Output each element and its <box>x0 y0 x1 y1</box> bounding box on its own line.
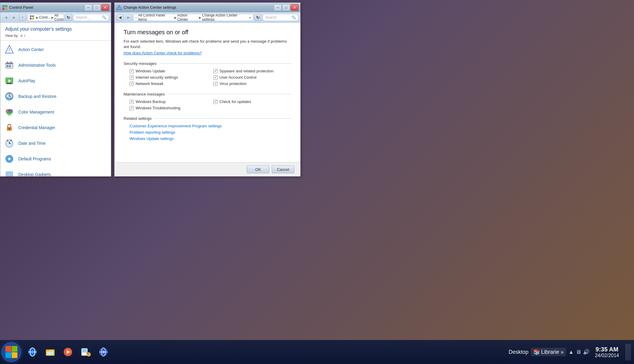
checkbox-check-updates[interactable] <box>213 100 218 104</box>
search-box[interactable]: Search _ 🔍 <box>73 14 109 21</box>
maximize-button[interactable]: □ <box>93 4 101 11</box>
back-button[interactable]: ◀ <box>2 14 9 21</box>
action-center-icon <box>4 44 15 55</box>
show-desktop-button[interactable] <box>626 344 631 360</box>
checkbox-windows-update[interactable] <box>130 69 134 73</box>
taskbar-icon-media-player[interactable] <box>60 344 76 360</box>
list-item-color[interactable]: Color Management <box>0 104 106 120</box>
ac-address-part-1[interactable]: All Control Panel Items <box>138 14 174 21</box>
taskbar-icon-ie[interactable] <box>24 344 41 360</box>
cp-list: Action Center Administrat <box>0 41 111 176</box>
ac-page-title: Turn messages on or off <box>124 29 291 36</box>
list-item-admin-tools[interactable]: Administrative Tools <box>0 57 106 73</box>
related-link-windows-update[interactable]: Windows Update settings <box>124 136 291 141</box>
minimize-button[interactable]: ─ <box>84 4 92 11</box>
svg-rect-1 <box>5 5 7 7</box>
view-option-i[interactable]: i <box>24 34 25 38</box>
control-panel-window: Control Panel ─ □ ✕ ◀ ▶ ↑ ▶ Contr... ▶ A… <box>0 2 111 177</box>
list-item-default-programs[interactable]: Default Programs <box>0 151 106 167</box>
forward-button[interactable]: ▶ <box>11 14 18 21</box>
checkbox-spyware[interactable] <box>213 69 218 73</box>
list-item-label-datetime: Date and Time <box>18 141 46 146</box>
ac-address-arrow-1: ▶ <box>174 16 177 19</box>
ac-minimize-button[interactable]: ─ <box>274 4 282 11</box>
action-center-window-title: Change Action Center settings <box>124 5 274 10</box>
related-link-ceip[interactable]: Customer Experience Improvement Program … <box>124 124 291 128</box>
taskbar-icons <box>24 344 112 360</box>
action-center-navbar: ◀ ▶ « All Control Panel Items ▶ Action C… <box>115 12 300 23</box>
clock-area[interactable]: 9:35 AM 24/02/2014 <box>592 344 622 359</box>
checkbox-uac[interactable] <box>213 75 218 80</box>
checkbox-internet-security[interactable] <box>130 75 134 80</box>
taskbar-icon-network[interactable] <box>95 344 112 360</box>
ac-help-link[interactable]: How does Action Center check for problem… <box>124 51 291 55</box>
action-center-content: Turn messages on or off For each selecte… <box>115 23 300 176</box>
cp-viewby: View by: e i <box>5 34 106 38</box>
list-item-label-default-programs: Default Programs <box>18 156 51 161</box>
ac-address-part-3[interactable]: Change Action Center settings <box>202 14 249 21</box>
list-item-action-center[interactable]: Action Center <box>0 42 106 57</box>
close-button[interactable]: ✕ <box>101 4 109 11</box>
credential-manager-icon <box>4 122 15 133</box>
autoplay-icon <box>4 75 15 86</box>
library-button[interactable]: 📚 Librarie » <box>531 348 566 356</box>
ac-forward-button[interactable]: ▶ <box>125 14 132 21</box>
taskbar: Desktop 📚 Librarie » ▲ 🖥 🔊 9:35 AM 24/02… <box>0 340 634 364</box>
start-button[interactable] <box>2 342 21 362</box>
list-item-backup[interactable]: Backup and Restore <box>0 89 106 104</box>
cp-list-container: Action Center Administrat <box>0 41 111 176</box>
checkbox-label-windows-update: Windows Update <box>136 69 165 73</box>
windows-logo <box>5 346 17 358</box>
maintenance-section-header: Maintenance messages <box>124 92 291 96</box>
checkbox-item-troubleshooting: Windows Troubleshooting <box>130 106 207 110</box>
ac-maximize-button[interactable]: □ <box>282 4 290 11</box>
clock-time: 9:35 AM <box>595 346 619 353</box>
list-item-desktop-gadgets[interactable]: Desktop Gadgets <box>0 167 106 176</box>
svg-rect-0 <box>2 5 5 7</box>
ac-search-box[interactable]: Search 🔍 <box>262 14 299 21</box>
ac-address-bar[interactable]: « All Control Panel Items ▶ Action Cente… <box>133 14 253 21</box>
ac-address-part-2[interactable]: Action Center <box>177 14 198 21</box>
security-section: Security messages Windows Update Spyware… <box>124 61 291 86</box>
checkbox-virus[interactable] <box>213 82 218 86</box>
tray-up-arrow[interactable]: ▲ <box>568 349 574 355</box>
list-item-autoplay[interactable]: AutoPlay <box>0 73 106 89</box>
tray-icons: ▲ 🖥 🔊 <box>568 349 590 355</box>
address-bar[interactable]: ▶ Contr... ▶ All Contro... ▾ <box>27 14 64 21</box>
taskbar-icon-paint[interactable] <box>77 344 94 360</box>
related-link-problem-reporting[interactable]: Problem reporting settings <box>124 130 291 135</box>
cancel-button[interactable]: Cancel <box>272 165 294 173</box>
svg-point-48 <box>119 8 119 9</box>
svg-rect-14 <box>7 65 8 67</box>
refresh-button[interactable]: ↻ <box>65 14 72 21</box>
list-item-datetime[interactable]: Date and Time <box>0 135 106 151</box>
search-placeholder: Search _ <box>76 15 90 20</box>
ac-back-button[interactable]: ◀ <box>116 14 124 21</box>
list-item-label-desktop-gadgets: Desktop Gadgets <box>18 172 51 176</box>
svg-rect-33 <box>7 140 8 141</box>
library-label: Librarie » <box>541 349 564 355</box>
address-part-2[interactable]: All Contro... <box>54 14 64 21</box>
desktop-gadgets-icon <box>4 169 15 176</box>
security-checkboxes: Windows Update Spyware and related prote… <box>124 69 291 86</box>
checkbox-label-troubleshooting: Windows Troubleshooting <box>136 106 180 110</box>
checkbox-troubleshooting[interactable] <box>130 106 134 110</box>
address-part-1[interactable]: Contr... <box>39 15 51 20</box>
up-button[interactable]: ↑ <box>19 14 26 21</box>
taskbar-icon-explorer[interactable] <box>42 344 58 360</box>
list-item-label-credential: Credential Manager <box>18 125 55 130</box>
view-option-e[interactable]: e <box>20 34 23 38</box>
control-panel-navbar: ◀ ▶ ↑ ▶ Contr... ▶ All Contro... ▾ ↻ Sea… <box>0 12 111 23</box>
svg-rect-56 <box>47 352 53 355</box>
list-item-credential[interactable]: Credential Manager <box>0 120 106 135</box>
checkbox-windows-backup[interactable] <box>130 100 134 104</box>
address-arrow: ▶ <box>36 16 38 19</box>
checkbox-item-windows-update: Windows Update <box>130 69 207 73</box>
ok-button[interactable]: OK <box>247 165 269 173</box>
checkbox-item-spyware: Spyware and related protection <box>213 69 291 73</box>
svg-rect-13 <box>6 63 13 64</box>
ac-close-button[interactable]: ✕ <box>291 4 299 11</box>
ac-refresh-button[interactable]: ↻ <box>255 14 261 21</box>
checkbox-label-windows-backup: Windows Backup <box>136 99 166 104</box>
checkbox-firewall[interactable] <box>130 82 134 86</box>
